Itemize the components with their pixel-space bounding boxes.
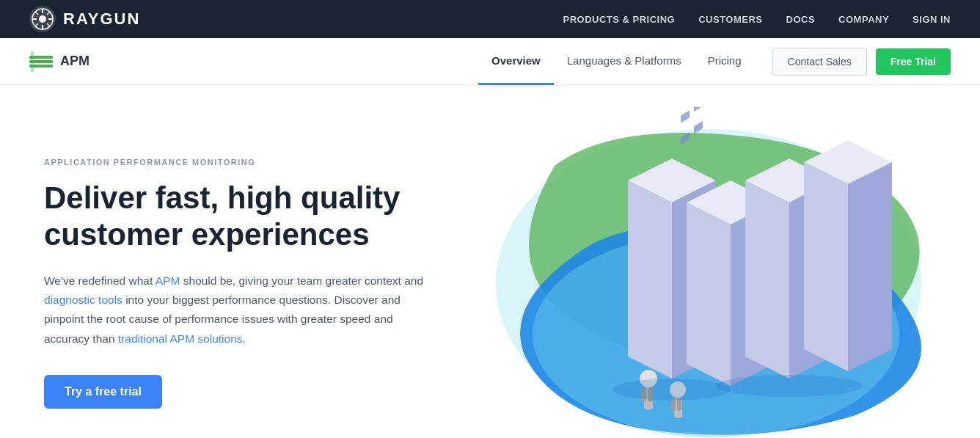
nav-customers[interactable]: CUSTOMERS bbox=[698, 14, 762, 25]
apm-product-icon bbox=[29, 51, 53, 72]
traditional-apm-link[interactable]: traditional APM solutions bbox=[118, 332, 243, 345]
try-free-trial-button[interactable]: Try a free trial bbox=[44, 375, 162, 409]
sub-nav-links: Overview Languages & Platforms Pricing bbox=[478, 38, 755, 85]
raygun-logo-icon bbox=[29, 6, 56, 32]
tab-pricing[interactable]: Pricing bbox=[695, 38, 755, 85]
nav-products-pricing[interactable]: PRODUCTS & PRICING bbox=[563, 14, 675, 25]
top-nav-links: PRODUCTS & PRICING CUSTOMERS DOCS COMPAN… bbox=[563, 14, 951, 25]
nav-docs[interactable]: DOCS bbox=[786, 14, 816, 25]
hero-blob-svg bbox=[467, 107, 936, 438]
hero-content: APPLICATION PERFORMANCE MONITORING Deliv… bbox=[44, 158, 425, 409]
apm-logo-area: APM bbox=[29, 51, 89, 72]
svg-rect-25 bbox=[694, 107, 703, 112]
sub-navigation: APM Overview Languages & Platforms Prici… bbox=[0, 38, 980, 85]
svg-point-2 bbox=[39, 15, 46, 23]
svg-marker-33 bbox=[745, 180, 789, 379]
apm-product-label: APM bbox=[60, 54, 89, 69]
svg-rect-14 bbox=[31, 51, 34, 72]
svg-marker-30 bbox=[687, 202, 731, 386]
sub-nav-actions: Contact Sales Free Trial bbox=[772, 48, 951, 76]
svg-point-45 bbox=[613, 379, 731, 401]
svg-marker-19 bbox=[628, 180, 672, 379]
nav-sign-in[interactable]: SIGN IN bbox=[913, 14, 951, 25]
hero-section: APPLICATION PERFORMANCE MONITORING Deliv… bbox=[0, 85, 980, 438]
hero-description: We've redefined what APM should be, givi… bbox=[44, 271, 425, 348]
apm-link[interactable]: APM bbox=[156, 274, 180, 287]
nav-company[interactable]: COMPANY bbox=[838, 14, 889, 25]
hero-illustration bbox=[425, 129, 936, 437]
svg-marker-36 bbox=[804, 162, 848, 371]
diagnostic-tools-link[interactable]: diagnostic tools bbox=[44, 293, 122, 306]
svg-point-46 bbox=[716, 375, 863, 397]
top-navigation: RAYGUN PRODUCTS & PRICING CUSTOMERS DOCS… bbox=[0, 0, 980, 38]
svg-marker-35 bbox=[848, 162, 892, 371]
svg-rect-24 bbox=[681, 110, 690, 123]
hero-title: Deliver fast, high quality customer expe… bbox=[44, 180, 425, 254]
tab-overview[interactable]: Overview bbox=[478, 38, 554, 85]
logo-text: RAYGUN bbox=[63, 10, 140, 29]
contact-sales-button[interactable]: Contact Sales bbox=[772, 48, 867, 76]
free-trial-button[interactable]: Free Trial bbox=[876, 48, 951, 75]
logo-area[interactable]: RAYGUN bbox=[29, 6, 140, 32]
hero-eyebrow: APPLICATION PERFORMANCE MONITORING bbox=[44, 158, 425, 167]
tab-languages-platforms[interactable]: Languages & Platforms bbox=[554, 38, 695, 85]
